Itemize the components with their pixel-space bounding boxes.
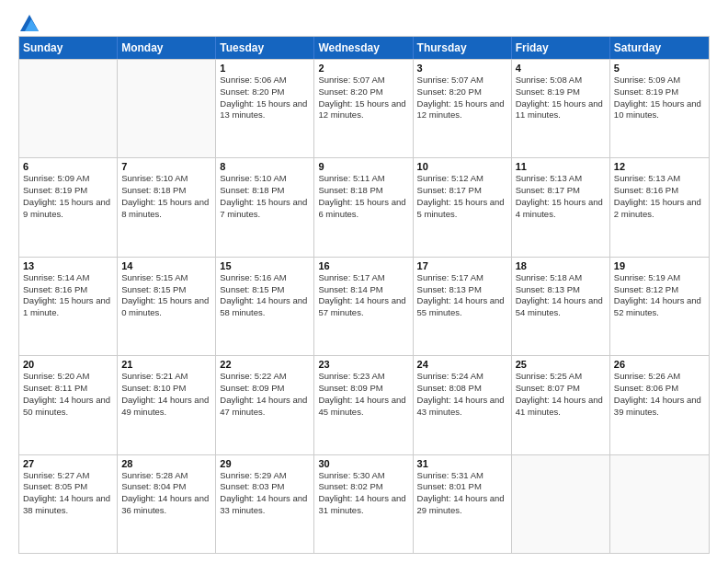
cal-day-info: Sunrise: 5:08 AM Sunset: 8:19 PM Dayligh… [516,75,606,121]
cal-day-number: 1 [220,63,310,74]
cal-day-info: Sunrise: 5:17 AM Sunset: 8:14 PM Dayligh… [318,272,408,319]
cal-day-number: 31 [417,458,507,469]
cal-day-info: Sunrise: 5:29 AM Sunset: 8:03 PM Dayligh… [220,470,310,517]
logo [18,15,39,29]
cal-cell: 5Sunrise: 5:09 AM Sunset: 8:19 PM Daylig… [610,60,709,157]
cal-day-info: Sunrise: 5:10 AM Sunset: 8:18 PM Dayligh… [121,173,211,220]
logo-text [18,15,39,29]
cal-day-number: 4 [516,63,606,74]
cal-day-number: 22 [220,359,310,370]
cal-header-thursday: Thursday [414,37,512,59]
cal-cell: 13Sunrise: 5:14 AM Sunset: 8:16 PM Dayli… [19,258,118,355]
cal-cell: 1Sunrise: 5:06 AM Sunset: 8:20 PM Daylig… [216,60,314,157]
cal-day-number: 29 [220,458,310,469]
cal-cell: 2Sunrise: 5:07 AM Sunset: 8:20 PM Daylig… [314,60,413,157]
cal-cell: 20Sunrise: 5:20 AM Sunset: 8:11 PM Dayli… [19,356,118,454]
cal-header-monday: Monday [118,37,216,59]
cal-day-number: 23 [318,359,408,370]
cal-day-number: 5 [614,63,705,74]
header [18,15,710,29]
page: SundayMondayTuesdayWednesdayThursdayFrid… [0,0,728,563]
cal-day-info: Sunrise: 5:22 AM Sunset: 8:09 PM Dayligh… [220,371,310,418]
cal-day-number: 20 [23,359,113,370]
calendar-header-row: SundayMondayTuesdayWednesdayThursdayFrid… [19,37,709,59]
cal-day-number: 26 [614,359,705,370]
cal-cell: 15Sunrise: 5:16 AM Sunset: 8:15 PM Dayli… [216,258,314,355]
cal-header-wednesday: Wednesday [314,37,413,59]
cal-day-number: 15 [220,260,310,271]
cal-day-number: 16 [318,260,408,271]
cal-day-number: 18 [516,260,606,271]
cal-cell: 25Sunrise: 5:25 AM Sunset: 8:07 PM Dayli… [512,356,610,454]
cal-header-friday: Friday [512,37,610,59]
cal-week-5: 27Sunrise: 5:27 AM Sunset: 8:05 PM Dayli… [19,454,709,553]
cal-cell: 3Sunrise: 5:07 AM Sunset: 8:20 PM Daylig… [414,60,512,157]
cal-cell: 14Sunrise: 5:15 AM Sunset: 8:15 PM Dayli… [118,258,216,355]
cal-cell: 19Sunrise: 5:19 AM Sunset: 8:12 PM Dayli… [610,258,709,355]
cal-day-number: 14 [121,260,211,271]
cal-cell: 16Sunrise: 5:17 AM Sunset: 8:14 PM Dayli… [314,258,413,355]
cal-day-info: Sunrise: 5:23 AM Sunset: 8:09 PM Dayligh… [318,371,408,418]
cal-cell [118,60,216,157]
cal-cell: 4Sunrise: 5:08 AM Sunset: 8:19 PM Daylig… [512,60,610,157]
cal-day-number: 28 [121,458,211,469]
cal-day-info: Sunrise: 5:07 AM Sunset: 8:20 PM Dayligh… [318,75,408,121]
cal-cell: 6Sunrise: 5:09 AM Sunset: 8:19 PM Daylig… [19,158,118,256]
cal-week-4: 20Sunrise: 5:20 AM Sunset: 8:11 PM Dayli… [19,355,709,454]
cal-week-2: 6Sunrise: 5:09 AM Sunset: 8:19 PM Daylig… [19,157,709,256]
cal-cell: 26Sunrise: 5:26 AM Sunset: 8:06 PM Dayli… [610,356,709,454]
cal-cell: 29Sunrise: 5:29 AM Sunset: 8:03 PM Dayli… [216,455,314,553]
cal-cell: 18Sunrise: 5:18 AM Sunset: 8:13 PM Dayli… [512,258,610,355]
cal-day-number: 7 [121,161,211,172]
cal-cell: 17Sunrise: 5:17 AM Sunset: 8:13 PM Dayli… [414,258,512,355]
cal-day-number: 3 [417,63,507,74]
cal-cell: 8Sunrise: 5:10 AM Sunset: 8:18 PM Daylig… [216,158,314,256]
cal-day-number: 27 [23,458,113,469]
cal-week-1: 1Sunrise: 5:06 AM Sunset: 8:20 PM Daylig… [19,59,709,157]
cal-cell: 28Sunrise: 5:28 AM Sunset: 8:04 PM Dayli… [118,455,216,553]
cal-day-info: Sunrise: 5:16 AM Sunset: 8:15 PM Dayligh… [220,272,310,319]
cal-week-3: 13Sunrise: 5:14 AM Sunset: 8:16 PM Dayli… [19,257,709,355]
cal-day-info: Sunrise: 5:24 AM Sunset: 8:08 PM Dayligh… [417,371,507,418]
cal-day-info: Sunrise: 5:26 AM Sunset: 8:06 PM Dayligh… [614,371,705,418]
cal-day-number: 10 [417,161,507,172]
calendar-body: 1Sunrise: 5:06 AM Sunset: 8:20 PM Daylig… [19,59,709,553]
cal-day-info: Sunrise: 5:09 AM Sunset: 8:19 PM Dayligh… [614,75,705,121]
cal-day-number: 9 [318,161,408,172]
cal-day-info: Sunrise: 5:07 AM Sunset: 8:20 PM Dayligh… [417,75,507,121]
cal-day-info: Sunrise: 5:31 AM Sunset: 8:01 PM Dayligh… [417,470,507,517]
cal-day-number: 21 [121,359,211,370]
cal-cell [512,455,610,553]
cal-cell: 31Sunrise: 5:31 AM Sunset: 8:01 PM Dayli… [414,455,512,553]
calendar: SundayMondayTuesdayWednesdayThursdayFrid… [18,36,710,554]
cal-cell: 7Sunrise: 5:10 AM Sunset: 8:18 PM Daylig… [118,158,216,256]
cal-day-info: Sunrise: 5:25 AM Sunset: 8:07 PM Dayligh… [516,371,606,418]
cal-day-info: Sunrise: 5:30 AM Sunset: 8:02 PM Dayligh… [318,470,408,517]
cal-cell: 9Sunrise: 5:11 AM Sunset: 8:18 PM Daylig… [314,158,413,256]
cal-day-info: Sunrise: 5:11 AM Sunset: 8:18 PM Dayligh… [318,173,408,220]
cal-cell: 23Sunrise: 5:23 AM Sunset: 8:09 PM Dayli… [314,356,413,454]
cal-cell: 10Sunrise: 5:12 AM Sunset: 8:17 PM Dayli… [414,158,512,256]
cal-day-number: 6 [23,161,113,172]
cal-day-number: 8 [220,161,310,172]
cal-day-info: Sunrise: 5:20 AM Sunset: 8:11 PM Dayligh… [23,371,113,418]
logo-icon [20,15,39,31]
cal-day-number: 24 [417,359,507,370]
cal-day-info: Sunrise: 5:19 AM Sunset: 8:12 PM Dayligh… [614,272,705,319]
cal-header-sunday: Sunday [19,37,118,59]
cal-day-info: Sunrise: 5:17 AM Sunset: 8:13 PM Dayligh… [417,272,507,319]
cal-header-tuesday: Tuesday [216,37,314,59]
cal-cell: 24Sunrise: 5:24 AM Sunset: 8:08 PM Dayli… [414,356,512,454]
cal-cell: 12Sunrise: 5:13 AM Sunset: 8:16 PM Dayli… [610,158,709,256]
cal-header-saturday: Saturday [610,37,709,59]
cal-day-info: Sunrise: 5:12 AM Sunset: 8:17 PM Dayligh… [417,173,507,220]
cal-cell: 11Sunrise: 5:13 AM Sunset: 8:17 PM Dayli… [512,158,610,256]
cal-day-info: Sunrise: 5:06 AM Sunset: 8:20 PM Dayligh… [220,75,310,121]
cal-day-number: 30 [318,458,408,469]
cal-day-info: Sunrise: 5:27 AM Sunset: 8:05 PM Dayligh… [23,470,113,517]
cal-day-number: 19 [614,260,705,271]
cal-day-number: 12 [614,161,705,172]
cal-cell [19,60,118,157]
cal-cell: 21Sunrise: 5:21 AM Sunset: 8:10 PM Dayli… [118,356,216,454]
cal-day-info: Sunrise: 5:21 AM Sunset: 8:10 PM Dayligh… [121,371,211,418]
